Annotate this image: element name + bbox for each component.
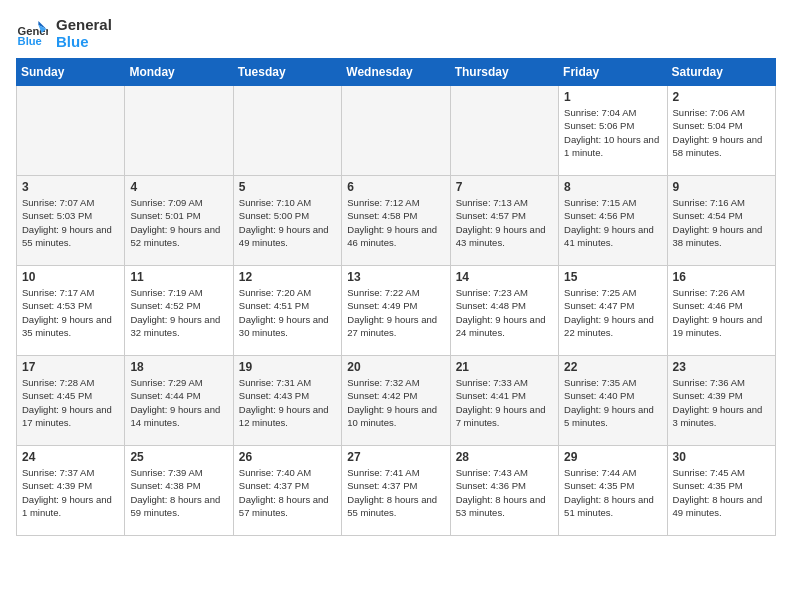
calendar-week-row: 3Sunrise: 7:07 AM Sunset: 5:03 PM Daylig… — [17, 176, 776, 266]
calendar-day-cell: 23Sunrise: 7:36 AM Sunset: 4:39 PM Dayli… — [667, 356, 775, 446]
calendar-day-cell: 15Sunrise: 7:25 AM Sunset: 4:47 PM Dayli… — [559, 266, 667, 356]
logo-icon: General Blue — [16, 17, 48, 49]
day-number: 10 — [22, 270, 119, 284]
weekday-header-cell: Thursday — [450, 59, 558, 86]
day-info: Sunrise: 7:45 AM Sunset: 4:35 PM Dayligh… — [673, 466, 770, 519]
day-number: 22 — [564, 360, 661, 374]
calendar-day-cell: 9Sunrise: 7:16 AM Sunset: 4:54 PM Daylig… — [667, 176, 775, 266]
weekday-header-row: SundayMondayTuesdayWednesdayThursdayFrid… — [17, 59, 776, 86]
day-info: Sunrise: 7:36 AM Sunset: 4:39 PM Dayligh… — [673, 376, 770, 429]
day-number: 14 — [456, 270, 553, 284]
calendar-day-cell — [125, 86, 233, 176]
day-number: 17 — [22, 360, 119, 374]
day-number: 26 — [239, 450, 336, 464]
day-info: Sunrise: 7:37 AM Sunset: 4:39 PM Dayligh… — [22, 466, 119, 519]
day-number: 29 — [564, 450, 661, 464]
calendar-day-cell: 27Sunrise: 7:41 AM Sunset: 4:37 PM Dayli… — [342, 446, 450, 536]
calendar-day-cell: 11Sunrise: 7:19 AM Sunset: 4:52 PM Dayli… — [125, 266, 233, 356]
weekday-header-cell: Monday — [125, 59, 233, 86]
day-number: 16 — [673, 270, 770, 284]
day-info: Sunrise: 7:29 AM Sunset: 4:44 PM Dayligh… — [130, 376, 227, 429]
day-number: 25 — [130, 450, 227, 464]
calendar-day-cell — [342, 86, 450, 176]
calendar-day-cell: 1Sunrise: 7:04 AM Sunset: 5:06 PM Daylig… — [559, 86, 667, 176]
day-info: Sunrise: 7:41 AM Sunset: 4:37 PM Dayligh… — [347, 466, 444, 519]
calendar-day-cell: 22Sunrise: 7:35 AM Sunset: 4:40 PM Dayli… — [559, 356, 667, 446]
day-number: 24 — [22, 450, 119, 464]
day-info: Sunrise: 7:23 AM Sunset: 4:48 PM Dayligh… — [456, 286, 553, 339]
calendar-day-cell: 12Sunrise: 7:20 AM Sunset: 4:51 PM Dayli… — [233, 266, 341, 356]
calendar-day-cell: 20Sunrise: 7:32 AM Sunset: 4:42 PM Dayli… — [342, 356, 450, 446]
day-number: 27 — [347, 450, 444, 464]
day-number: 15 — [564, 270, 661, 284]
calendar-day-cell: 8Sunrise: 7:15 AM Sunset: 4:56 PM Daylig… — [559, 176, 667, 266]
calendar-day-cell: 16Sunrise: 7:26 AM Sunset: 4:46 PM Dayli… — [667, 266, 775, 356]
calendar-week-row: 10Sunrise: 7:17 AM Sunset: 4:53 PM Dayli… — [17, 266, 776, 356]
calendar-day-cell: 24Sunrise: 7:37 AM Sunset: 4:39 PM Dayli… — [17, 446, 125, 536]
calendar-day-cell: 7Sunrise: 7:13 AM Sunset: 4:57 PM Daylig… — [450, 176, 558, 266]
day-info: Sunrise: 7:13 AM Sunset: 4:57 PM Dayligh… — [456, 196, 553, 249]
day-number: 20 — [347, 360, 444, 374]
day-number: 6 — [347, 180, 444, 194]
day-info: Sunrise: 7:16 AM Sunset: 4:54 PM Dayligh… — [673, 196, 770, 249]
calendar-day-cell: 28Sunrise: 7:43 AM Sunset: 4:36 PM Dayli… — [450, 446, 558, 536]
day-info: Sunrise: 7:17 AM Sunset: 4:53 PM Dayligh… — [22, 286, 119, 339]
calendar-day-cell: 2Sunrise: 7:06 AM Sunset: 5:04 PM Daylig… — [667, 86, 775, 176]
day-number: 1 — [564, 90, 661, 104]
day-info: Sunrise: 7:07 AM Sunset: 5:03 PM Dayligh… — [22, 196, 119, 249]
weekday-header-cell: Friday — [559, 59, 667, 86]
calendar-day-cell: 14Sunrise: 7:23 AM Sunset: 4:48 PM Dayli… — [450, 266, 558, 356]
day-info: Sunrise: 7:10 AM Sunset: 5:00 PM Dayligh… — [239, 196, 336, 249]
calendar-day-cell: 5Sunrise: 7:10 AM Sunset: 5:00 PM Daylig… — [233, 176, 341, 266]
day-info: Sunrise: 7:44 AM Sunset: 4:35 PM Dayligh… — [564, 466, 661, 519]
day-info: Sunrise: 7:15 AM Sunset: 4:56 PM Dayligh… — [564, 196, 661, 249]
calendar-day-cell: 17Sunrise: 7:28 AM Sunset: 4:45 PM Dayli… — [17, 356, 125, 446]
calendar-day-cell: 26Sunrise: 7:40 AM Sunset: 4:37 PM Dayli… — [233, 446, 341, 536]
calendar-week-row: 24Sunrise: 7:37 AM Sunset: 4:39 PM Dayli… — [17, 446, 776, 536]
calendar-day-cell: 21Sunrise: 7:33 AM Sunset: 4:41 PM Dayli… — [450, 356, 558, 446]
calendar-day-cell — [233, 86, 341, 176]
calendar-week-row: 17Sunrise: 7:28 AM Sunset: 4:45 PM Dayli… — [17, 356, 776, 446]
day-number: 21 — [456, 360, 553, 374]
calendar-week-row: 1Sunrise: 7:04 AM Sunset: 5:06 PM Daylig… — [17, 86, 776, 176]
weekday-header-cell: Sunday — [17, 59, 125, 86]
day-info: Sunrise: 7:43 AM Sunset: 4:36 PM Dayligh… — [456, 466, 553, 519]
day-info: Sunrise: 7:19 AM Sunset: 4:52 PM Dayligh… — [130, 286, 227, 339]
calendar-day-cell — [450, 86, 558, 176]
calendar-table: SundayMondayTuesdayWednesdayThursdayFrid… — [16, 58, 776, 536]
day-number: 28 — [456, 450, 553, 464]
calendar-body: 1Sunrise: 7:04 AM Sunset: 5:06 PM Daylig… — [17, 86, 776, 536]
day-info: Sunrise: 7:06 AM Sunset: 5:04 PM Dayligh… — [673, 106, 770, 159]
day-number: 11 — [130, 270, 227, 284]
day-number: 12 — [239, 270, 336, 284]
svg-text:Blue: Blue — [18, 35, 42, 47]
calendar-day-cell: 6Sunrise: 7:12 AM Sunset: 4:58 PM Daylig… — [342, 176, 450, 266]
day-number: 18 — [130, 360, 227, 374]
day-number: 2 — [673, 90, 770, 104]
day-info: Sunrise: 7:33 AM Sunset: 4:41 PM Dayligh… — [456, 376, 553, 429]
day-info: Sunrise: 7:20 AM Sunset: 4:51 PM Dayligh… — [239, 286, 336, 339]
day-number: 4 — [130, 180, 227, 194]
day-info: Sunrise: 7:40 AM Sunset: 4:37 PM Dayligh… — [239, 466, 336, 519]
day-number: 5 — [239, 180, 336, 194]
calendar-day-cell: 25Sunrise: 7:39 AM Sunset: 4:38 PM Dayli… — [125, 446, 233, 536]
day-number: 8 — [564, 180, 661, 194]
weekday-header-cell: Tuesday — [233, 59, 341, 86]
weekday-header-cell: Saturday — [667, 59, 775, 86]
calendar-day-cell: 4Sunrise: 7:09 AM Sunset: 5:01 PM Daylig… — [125, 176, 233, 266]
day-info: Sunrise: 7:25 AM Sunset: 4:47 PM Dayligh… — [564, 286, 661, 339]
page-header: General Blue General Blue — [16, 16, 776, 50]
calendar-day-cell: 13Sunrise: 7:22 AM Sunset: 4:49 PM Dayli… — [342, 266, 450, 356]
day-info: Sunrise: 7:39 AM Sunset: 4:38 PM Dayligh… — [130, 466, 227, 519]
logo: General Blue General Blue — [16, 16, 112, 50]
day-info: Sunrise: 7:09 AM Sunset: 5:01 PM Dayligh… — [130, 196, 227, 249]
logo-name-general: General — [56, 16, 112, 33]
day-info: Sunrise: 7:35 AM Sunset: 4:40 PM Dayligh… — [564, 376, 661, 429]
day-number: 9 — [673, 180, 770, 194]
day-number: 7 — [456, 180, 553, 194]
weekday-header-cell: Wednesday — [342, 59, 450, 86]
calendar-day-cell: 3Sunrise: 7:07 AM Sunset: 5:03 PM Daylig… — [17, 176, 125, 266]
day-number: 30 — [673, 450, 770, 464]
calendar-day-cell — [17, 86, 125, 176]
day-number: 3 — [22, 180, 119, 194]
